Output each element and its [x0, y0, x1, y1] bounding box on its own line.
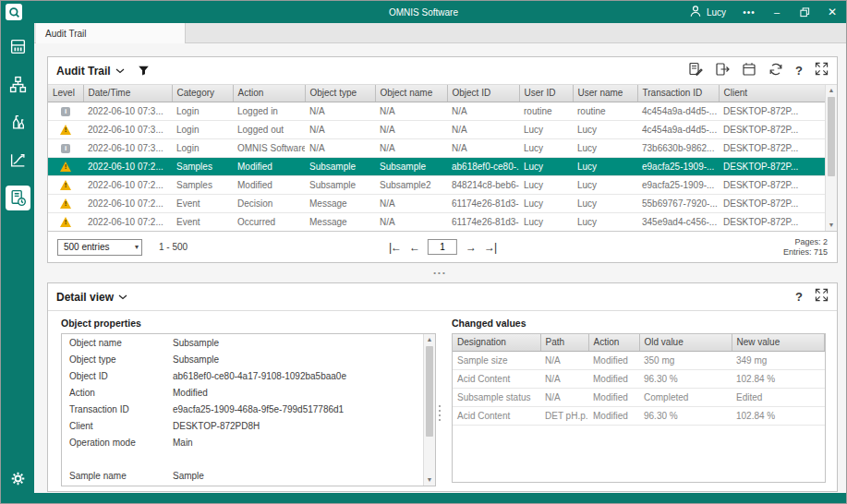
cell-user-name: Lucy: [573, 138, 637, 157]
sidebar-item-titration[interactable]: [6, 110, 30, 135]
cell-object-type: Message: [305, 212, 375, 231]
entries-per-page-value: 500 entries: [64, 242, 109, 252]
table-row[interactable]: 2022-06-10 07:3... Login Logged out N/A …: [48, 120, 826, 138]
col-level[interactable]: Level: [48, 85, 83, 102]
object-properties-box: Object name Subsample Object type Subsam…: [61, 333, 436, 486]
expand-icon[interactable]: [815, 62, 829, 79]
filter-icon[interactable]: [138, 65, 150, 77]
col-user-id[interactable]: User ID: [519, 85, 573, 102]
pagination: |← ← → →|: [389, 239, 496, 255]
table-row[interactable]: 2022-06-10 07:3... Login OMNIS Software.…: [48, 138, 826, 157]
table-row[interactable]: 2022-06-10 07:2... Samples Modified Subs…: [48, 175, 826, 194]
cell-object-name: Subsample: [375, 157, 447, 175]
scroll-up-icon[interactable]: ▲: [826, 85, 837, 96]
property-label: Object name: [69, 338, 173, 348]
changed-value-row[interactable]: Acid Content N/A Modified 96.30 % 102.84…: [453, 369, 825, 388]
warning-level-icon: [60, 162, 71, 172]
table-row[interactable]: 2022-06-10 07:3... Login Logged in N/A N…: [48, 102, 826, 120]
next-page-button[interactable]: →: [466, 241, 476, 254]
omnis-app-window: OMNIS Software Lucy ••• – ✕: [0, 0, 847, 504]
audit-table-header-row: Level Date/Time Category Action Object t…: [48, 85, 826, 102]
property-value: Main: [173, 438, 435, 448]
detail-toolbar: ?: [795, 288, 829, 306]
detail-view-title[interactable]: Detail view: [56, 291, 114, 304]
cell-cv-action: Modified: [588, 351, 639, 369]
help-button[interactable]: ?: [795, 291, 803, 303]
more-options-button[interactable]: •••: [735, 1, 763, 23]
sign-report-icon[interactable]: [688, 62, 703, 80]
chevron-down-icon[interactable]: [115, 68, 125, 74]
table-row-selected[interactable]: 2022-06-10 07:2... Samples Modified Subs…: [48, 157, 826, 175]
changed-values-box: Designation Path Action Old value New va…: [452, 333, 826, 483]
cell-level: [48, 138, 83, 157]
help-button[interactable]: ?: [795, 65, 803, 77]
col-object-type[interactable]: Object type: [305, 85, 375, 102]
settings-gear-icon[interactable]: [10, 471, 26, 490]
calendar-icon[interactable]: [742, 62, 756, 80]
detail-splitter-handle[interactable]: [439, 405, 441, 421]
table-row[interactable]: 2022-06-10 07:2... Event Decision Messag…: [48, 194, 826, 212]
sidebar-item-sample-storage[interactable]: [6, 34, 30, 59]
sidebar-item-workflow[interactable]: [6, 72, 30, 97]
property-value: Sample: [173, 471, 435, 481]
sidebar-item-methods[interactable]: [6, 148, 30, 173]
cell-action: Logged in: [233, 102, 305, 120]
last-page-button[interactable]: →|: [484, 241, 496, 254]
changed-values-heading: Changed values: [452, 318, 826, 329]
col-new-value[interactable]: New value: [732, 334, 825, 351]
col-transaction-id[interactable]: Transaction ID: [637, 85, 719, 102]
cell-client: DESKTOP-872P...: [719, 120, 826, 138]
previous-page-button[interactable]: ←: [409, 241, 419, 254]
user-name: Lucy: [707, 7, 726, 18]
object-properties-scrollbar[interactable]: ▲ ▼: [423, 334, 435, 486]
page-number-input[interactable]: [428, 239, 457, 255]
cell-object-id: N/A: [447, 102, 519, 120]
scroll-down-icon[interactable]: ▼: [826, 220, 837, 231]
cell-path: N/A: [540, 388, 588, 406]
col-user-name[interactable]: User name: [573, 85, 637, 102]
tab-audit-trail[interactable]: Audit Trail: [36, 23, 186, 43]
restore-button[interactable]: [791, 1, 818, 23]
panel-splitter-handle[interactable]: •••: [34, 268, 846, 279]
refresh-icon[interactable]: [768, 62, 783, 80]
audit-trail-panel: Audit Trail: [47, 56, 838, 263]
cell-action: Modified: [233, 175, 305, 194]
col-object-id[interactable]: Object ID: [447, 85, 519, 102]
scrollbar-thumb[interactable]: [828, 97, 835, 176]
changed-value-row[interactable]: Sample size N/A Modified 350 mg 349 mg: [453, 351, 825, 369]
col-datetime[interactable]: Date/Time: [83, 85, 172, 102]
property-value: Modified: [173, 388, 435, 398]
cell-new-value: 102.84 %: [732, 369, 825, 388]
col-designation[interactable]: Designation: [453, 334, 540, 351]
chevron-down-icon[interactable]: [118, 294, 127, 300]
col-path[interactable]: Path: [540, 334, 588, 351]
col-action[interactable]: Action: [233, 85, 305, 102]
user-menu[interactable]: Lucy: [680, 1, 735, 23]
sidebar-item-audit-trail[interactable]: [6, 186, 30, 210]
scroll-down-icon[interactable]: ▼: [424, 474, 435, 486]
minimize-button[interactable]: –: [763, 1, 791, 23]
property-value: Subsample: [173, 338, 435, 348]
first-page-button[interactable]: |←: [389, 241, 401, 254]
table-row[interactable]: 2022-06-10 07:2... Event Occurred Messag…: [48, 212, 826, 231]
expand-icon[interactable]: [815, 288, 829, 306]
entries-per-page-select[interactable]: 500 entries ▾: [57, 239, 142, 256]
col-client[interactable]: Client: [719, 85, 826, 102]
col-object-name[interactable]: Object name: [375, 85, 447, 102]
property-row: Object type Subsample: [62, 351, 435, 367]
changed-value-row[interactable]: Subsample status N/A Modified Completed …: [453, 388, 825, 406]
close-button[interactable]: ✕: [818, 1, 846, 23]
col-old-value[interactable]: Old value: [639, 334, 732, 351]
audit-trail-title[interactable]: Audit Trail: [56, 65, 111, 78]
col-cv-action[interactable]: Action: [588, 334, 639, 351]
audit-table-scrollbar[interactable]: ▲ ▼: [825, 85, 837, 231]
changed-value-row[interactable]: Acid Content DET pH.p... Modified 96.30 …: [453, 406, 825, 425]
audit-table: Level Date/Time Category Action Object t…: [48, 85, 827, 231]
export-icon[interactable]: [715, 62, 730, 80]
col-category[interactable]: Category: [172, 85, 233, 102]
scroll-up-icon[interactable]: ▲: [424, 334, 435, 345]
cell-client: DESKTOP-872P...: [719, 138, 826, 157]
scrollbar-thumb[interactable]: [426, 346, 433, 437]
cell-category: Login: [172, 138, 233, 157]
status-bar: [1, 493, 846, 503]
